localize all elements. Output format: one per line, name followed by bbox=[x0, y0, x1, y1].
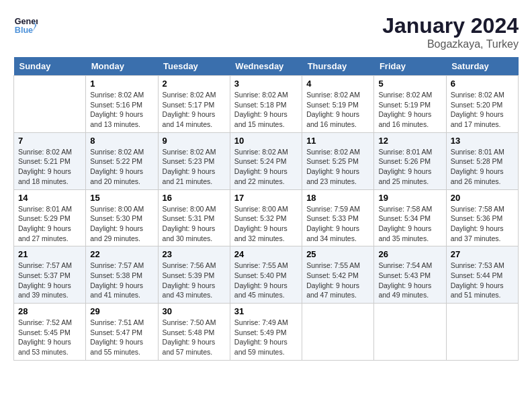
calendar-cell: 28Sunrise: 7:52 AMSunset: 5:45 PMDayligh… bbox=[14, 304, 86, 361]
weekday-header: Thursday bbox=[302, 57, 374, 76]
day-info: Sunrise: 8:02 AMSunset: 5:16 PMDaylight:… bbox=[90, 90, 153, 130]
day-number: 23 bbox=[163, 249, 226, 259]
calendar-cell: 17Sunrise: 8:00 AMSunset: 5:32 PMDayligh… bbox=[230, 189, 302, 246]
day-info: Sunrise: 8:02 AMSunset: 5:17 PMDaylight:… bbox=[163, 90, 226, 130]
logo-icon: General Blue bbox=[13, 13, 38, 38]
calendar-cell: 5Sunrise: 8:02 AMSunset: 5:19 PMDaylight… bbox=[374, 76, 446, 133]
calendar-cell: 21Sunrise: 7:57 AMSunset: 5:37 PMDayligh… bbox=[14, 246, 86, 304]
day-info: Sunrise: 8:02 AMSunset: 5:23 PMDaylight:… bbox=[163, 147, 226, 187]
day-number: 11 bbox=[306, 136, 369, 146]
day-info: Sunrise: 8:01 AMSunset: 5:29 PMDaylight:… bbox=[18, 204, 81, 244]
day-info: Sunrise: 7:59 AMSunset: 5:33 PMDaylight:… bbox=[306, 204, 369, 244]
weekday-header: Monday bbox=[86, 57, 158, 76]
calendar-cell: 15Sunrise: 8:00 AMSunset: 5:30 PMDayligh… bbox=[86, 189, 158, 246]
day-number: 30 bbox=[163, 306, 226, 316]
calendar-cell: 22Sunrise: 7:57 AMSunset: 5:38 PMDayligh… bbox=[86, 246, 158, 304]
day-info: Sunrise: 7:51 AMSunset: 5:47 PMDaylight:… bbox=[90, 318, 153, 357]
calendar-cell: 26Sunrise: 7:54 AMSunset: 5:43 PMDayligh… bbox=[374, 246, 446, 304]
day-info: Sunrise: 7:52 AMSunset: 5:45 PMDaylight:… bbox=[18, 318, 81, 357]
day-number: 5 bbox=[378, 79, 441, 89]
day-number: 13 bbox=[451, 136, 514, 146]
day-number: 27 bbox=[451, 249, 514, 259]
day-number: 10 bbox=[234, 136, 298, 146]
calendar-cell: 7Sunrise: 8:02 AMSunset: 5:21 PMDaylight… bbox=[14, 132, 86, 189]
calendar-cell: 8Sunrise: 8:02 AMSunset: 5:22 PMDaylight… bbox=[86, 132, 158, 189]
day-info: Sunrise: 7:55 AMSunset: 5:42 PMDaylight:… bbox=[306, 261, 369, 300]
calendar-cell: 14Sunrise: 8:01 AMSunset: 5:29 PMDayligh… bbox=[14, 189, 86, 246]
svg-text:Blue: Blue bbox=[15, 26, 33, 35]
day-number: 17 bbox=[234, 193, 298, 203]
calendar-week-row: 28Sunrise: 7:52 AMSunset: 5:45 PMDayligh… bbox=[14, 304, 519, 361]
calendar-cell: 23Sunrise: 7:56 AMSunset: 5:39 PMDayligh… bbox=[158, 246, 230, 304]
day-info: Sunrise: 8:00 AMSunset: 5:32 PMDaylight:… bbox=[234, 204, 298, 244]
calendar-cell: 27Sunrise: 7:53 AMSunset: 5:44 PMDayligh… bbox=[446, 246, 518, 304]
day-number: 20 bbox=[451, 193, 514, 203]
day-info: Sunrise: 7:55 AMSunset: 5:40 PMDaylight:… bbox=[234, 261, 298, 300]
calendar-cell: 10Sunrise: 8:02 AMSunset: 5:24 PMDayligh… bbox=[230, 132, 302, 189]
calendar-cell: 1Sunrise: 8:02 AMSunset: 5:16 PMDaylight… bbox=[86, 76, 158, 133]
calendar-cell: 18Sunrise: 7:59 AMSunset: 5:33 PMDayligh… bbox=[302, 189, 374, 246]
calendar-header: SundayMondayTuesdayWednesdayThursdayFrid… bbox=[14, 57, 519, 76]
day-info: Sunrise: 7:53 AMSunset: 5:44 PMDaylight:… bbox=[451, 261, 514, 300]
day-number: 19 bbox=[378, 193, 441, 203]
location: Bogazkaya, Turkey bbox=[382, 38, 519, 50]
calendar-cell bbox=[302, 304, 374, 361]
day-info: Sunrise: 7:57 AMSunset: 5:37 PMDaylight:… bbox=[18, 261, 81, 300]
day-info: Sunrise: 7:50 AMSunset: 5:48 PMDaylight:… bbox=[163, 318, 226, 357]
calendar-cell: 2Sunrise: 8:02 AMSunset: 5:17 PMDaylight… bbox=[158, 76, 230, 133]
day-info: Sunrise: 7:49 AMSunset: 5:49 PMDaylight:… bbox=[234, 318, 298, 357]
day-number: 9 bbox=[163, 136, 226, 146]
day-number: 29 bbox=[90, 306, 153, 316]
day-number: 18 bbox=[306, 193, 369, 203]
calendar-cell bbox=[14, 76, 86, 133]
day-info: Sunrise: 7:56 AMSunset: 5:39 PMDaylight:… bbox=[163, 261, 226, 300]
calendar-cell: 24Sunrise: 7:55 AMSunset: 5:40 PMDayligh… bbox=[230, 246, 302, 304]
calendar-week-row: 21Sunrise: 7:57 AMSunset: 5:37 PMDayligh… bbox=[14, 246, 519, 304]
day-info: Sunrise: 8:01 AMSunset: 5:28 PMDaylight:… bbox=[451, 147, 514, 187]
calendar-cell: 20Sunrise: 7:58 AMSunset: 5:36 PMDayligh… bbox=[446, 189, 518, 246]
weekday-header: Friday bbox=[374, 57, 446, 76]
calendar-body: 1Sunrise: 8:02 AMSunset: 5:16 PMDaylight… bbox=[14, 76, 519, 361]
weekday-header: Tuesday bbox=[158, 57, 230, 76]
day-info: Sunrise: 8:01 AMSunset: 5:26 PMDaylight:… bbox=[378, 147, 441, 187]
day-number: 7 bbox=[18, 136, 81, 146]
calendar-cell bbox=[374, 304, 446, 361]
title-block: January 2024 Bogazkaya, Turkey bbox=[382, 13, 519, 50]
day-number: 21 bbox=[18, 249, 81, 259]
day-info: Sunrise: 7:57 AMSunset: 5:38 PMDaylight:… bbox=[90, 261, 153, 300]
calendar-cell: 29Sunrise: 7:51 AMSunset: 5:47 PMDayligh… bbox=[86, 304, 158, 361]
day-number: 1 bbox=[90, 79, 153, 89]
day-info: Sunrise: 8:02 AMSunset: 5:22 PMDaylight:… bbox=[90, 147, 153, 187]
calendar-cell: 13Sunrise: 8:01 AMSunset: 5:28 PMDayligh… bbox=[446, 132, 518, 189]
day-number: 26 bbox=[378, 249, 441, 259]
calendar-table: SundayMondayTuesdayWednesdayThursdayFrid… bbox=[13, 57, 519, 361]
day-number: 16 bbox=[163, 193, 226, 203]
calendar-cell: 6Sunrise: 8:02 AMSunset: 5:20 PMDaylight… bbox=[446, 76, 518, 133]
day-info: Sunrise: 8:02 AMSunset: 5:19 PMDaylight:… bbox=[378, 90, 441, 130]
calendar-cell: 19Sunrise: 7:58 AMSunset: 5:34 PMDayligh… bbox=[374, 189, 446, 246]
day-number: 28 bbox=[18, 306, 81, 316]
day-info: Sunrise: 8:00 AMSunset: 5:30 PMDaylight:… bbox=[90, 204, 153, 244]
day-info: Sunrise: 8:02 AMSunset: 5:19 PMDaylight:… bbox=[306, 90, 369, 130]
day-number: 15 bbox=[90, 193, 153, 203]
calendar-cell: 12Sunrise: 8:01 AMSunset: 5:26 PMDayligh… bbox=[374, 132, 446, 189]
day-info: Sunrise: 8:02 AMSunset: 5:18 PMDaylight:… bbox=[234, 90, 298, 130]
day-info: Sunrise: 8:02 AMSunset: 5:21 PMDaylight:… bbox=[18, 147, 81, 187]
day-number: 4 bbox=[306, 79, 369, 89]
day-number: 24 bbox=[234, 249, 298, 259]
day-info: Sunrise: 7:58 AMSunset: 5:34 PMDaylight:… bbox=[378, 204, 441, 244]
weekday-header: Sunday bbox=[14, 57, 86, 76]
day-number: 8 bbox=[90, 136, 153, 146]
day-info: Sunrise: 8:02 AMSunset: 5:20 PMDaylight:… bbox=[451, 90, 514, 130]
day-number: 22 bbox=[90, 249, 153, 259]
calendar-week-row: 1Sunrise: 8:02 AMSunset: 5:16 PMDaylight… bbox=[14, 76, 519, 133]
calendar-week-row: 7Sunrise: 8:02 AMSunset: 5:21 PMDaylight… bbox=[14, 132, 519, 189]
calendar-cell: 3Sunrise: 8:02 AMSunset: 5:18 PMDaylight… bbox=[230, 76, 302, 133]
day-info: Sunrise: 7:54 AMSunset: 5:43 PMDaylight:… bbox=[378, 261, 441, 300]
calendar-cell: 11Sunrise: 8:02 AMSunset: 5:25 PMDayligh… bbox=[302, 132, 374, 189]
month-title: January 2024 bbox=[382, 13, 519, 38]
day-info: Sunrise: 7:58 AMSunset: 5:36 PMDaylight:… bbox=[451, 204, 514, 244]
day-info: Sunrise: 8:02 AMSunset: 5:24 PMDaylight:… bbox=[234, 147, 298, 187]
page-header: General Blue January 2024 Bogazkaya, Tur… bbox=[13, 13, 519, 50]
calendar-cell: 31Sunrise: 7:49 AMSunset: 5:49 PMDayligh… bbox=[230, 304, 302, 361]
